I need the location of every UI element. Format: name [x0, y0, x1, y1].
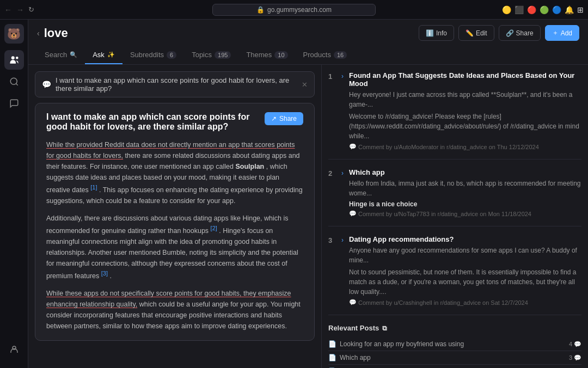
relevant-item-3[interactable]: 📄 Found an App That Suggests Date Ideas … — [328, 365, 581, 368]
result-2-title[interactable]: Which app — [349, 168, 581, 176]
sidebar-item-chat[interactable] — [4, 94, 24, 113]
tab-search[interactable]: Search 🔍 — [37, 46, 85, 64]
comment-icon-3: 💬 — [349, 299, 357, 306]
cite-3[interactable]: [3] — [101, 270, 108, 277]
result-2-meta: 💬 Comment by u/NoTap7783 in r/dating_adv… — [349, 210, 581, 217]
back-button[interactable]: ‹ — [37, 29, 40, 38]
sidebar-item-user-circle[interactable] — [4, 340, 24, 359]
result-1-meta: 💬 Comment by u/AutoModerator in r/dating… — [349, 143, 581, 150]
result-item-3: 3 › Dating App recommendations? Anyone h… — [328, 235, 581, 315]
ask-tab-icon: ✨ — [107, 51, 115, 58]
svg-point-1 — [16, 57, 19, 59]
browser-url-bar[interactable]: 🔒 go.gummysearch.com — [212, 4, 376, 16]
result-1-sub: Welcome to /r/dating_advice! Please keep… — [349, 112, 581, 141]
result-2-sub: Hinge is a nice choice — [349, 200, 581, 208]
doc-icon-1: 📄 — [328, 340, 336, 348]
sidebar-item-more[interactable] — [4, 364, 24, 368]
search-bar-value: I want to make an app which can score po… — [56, 76, 297, 93]
comment-icon: 💬 — [349, 143, 357, 150]
share-button[interactable]: 🔗 Share — [499, 25, 541, 41]
svg-point-0 — [11, 56, 14, 59]
expand-3[interactable]: › — [341, 235, 344, 306]
sidebar-item-search[interactable] — [4, 72, 24, 91]
result-item-2: 2 › Which app Hello from India, imma jus… — [328, 168, 581, 226]
content-area: 💬 I want to make an app which can score … — [28, 65, 588, 368]
result-3-preview: Anyone have any good recommendations for… — [349, 246, 581, 265]
info-icon: ℹ️ — [426, 29, 434, 37]
result-item-1: 1 › Found an App That Suggests Date Idea… — [328, 71, 581, 160]
search-tab-icon: 🔍 — [70, 51, 77, 58]
right-panel: 1 › Found an App That Suggests Date Idea… — [321, 65, 588, 368]
tab-subreddits[interactable]: Subreddits 6 — [122, 46, 184, 64]
browser-back-btn[interactable]: ← → ↻ — [4, 5, 34, 14]
edit-icon: ✏️ — [465, 29, 474, 37]
tab-topics[interactable]: Topics 195 — [184, 46, 238, 64]
result-share-icon: ↗ — [271, 115, 277, 122]
result-title: I want to make an app which can score po… — [46, 112, 303, 132]
result-share-button[interactable]: ↗ Share — [265, 112, 303, 125]
result-body: While the provided Reddit data does not … — [46, 139, 303, 332]
share-icon: 🔗 — [506, 29, 514, 37]
cite-2[interactable]: [2] — [211, 225, 217, 231]
cite-1[interactable]: [1] — [90, 184, 97, 191]
lock-icon: 🔒 — [256, 6, 265, 14]
sidebar-item-community[interactable] — [4, 50, 24, 70]
sidebar-logo[interactable]: 🐻 — [4, 24, 24, 44]
result-1-preview: Hey everyone! I just came across this ap… — [349, 90, 581, 109]
search-bar[interactable]: 💬 I want to make an app which can score … — [35, 71, 315, 97]
sidebar: 🐻 — [0, 20, 28, 368]
add-icon: ＋ — [552, 28, 559, 38]
expand-2[interactable]: › — [341, 168, 344, 217]
page-header: ‹ love ℹ️ Info ✏️ Edit 🔗 Share — [28, 20, 588, 65]
tab-themes[interactable]: Themes 10 — [238, 46, 295, 64]
result-2-preview: Hello from India, imma just ask it, no b… — [349, 179, 581, 198]
tab-products[interactable]: Products 16 — [296, 46, 355, 64]
tab-ask[interactable]: Ask ✨ — [85, 46, 122, 64]
svg-line-3 — [16, 83, 17, 85]
copy-icon[interactable]: ⧉ — [382, 324, 387, 332]
search-bar-close[interactable]: ✕ — [302, 81, 308, 89]
doc-icon-2: 📄 — [328, 354, 336, 361]
add-button[interactable]: ＋ Add — [545, 25, 579, 41]
browser-toolbar-right: 🟡 ⬛ 🔴 🟢 🔵 🔔 ⊞ — [502, 5, 584, 14]
comment-icon-2: 💬 — [349, 210, 357, 217]
search-bar-icon: 💬 — [42, 80, 51, 89]
comment-badge-1: 💬 — [574, 341, 581, 348]
relevant-posts: Relevant Posts ⧉ 📄 Looking for an app my… — [328, 324, 581, 368]
result-1-title[interactable]: Found an App That Suggests Date Ideas an… — [349, 71, 581, 88]
result-3-title[interactable]: Dating App recommendations? — [349, 235, 581, 243]
relevant-item-2[interactable]: 📄 Which app 3 💬 — [328, 351, 581, 365]
header-actions: ℹ️ Info ✏️ Edit 🔗 Share ＋ Add — [419, 25, 579, 41]
result-card: I want to make an app which can score po… — [35, 103, 315, 341]
result-3-sub: Not to sound pessimistic, but none of th… — [349, 267, 581, 297]
relevant-posts-title: Relevant Posts ⧉ — [328, 324, 581, 332]
url-text: go.gummysearch.com — [267, 6, 332, 14]
result-3-meta: 💬 Comment by u/Crashinghell in r/dating_… — [349, 299, 581, 306]
left-panel: 💬 I want to make an app which can score … — [28, 65, 321, 368]
edit-button[interactable]: ✏️ Edit — [458, 25, 494, 41]
expand-1[interactable]: › — [341, 71, 344, 150]
info-button[interactable]: ℹ️ Info — [419, 25, 454, 41]
comment-badge-2: 💬 — [574, 354, 581, 361]
svg-point-2 — [10, 78, 17, 84]
page-title: love — [44, 26, 68, 40]
relevant-item-1[interactable]: 📄 Looking for an app my boyfriend was us… — [328, 338, 581, 351]
tabs: Search 🔍 Ask ✨ Subreddits 6 Topics 195 T… — [37, 46, 579, 64]
